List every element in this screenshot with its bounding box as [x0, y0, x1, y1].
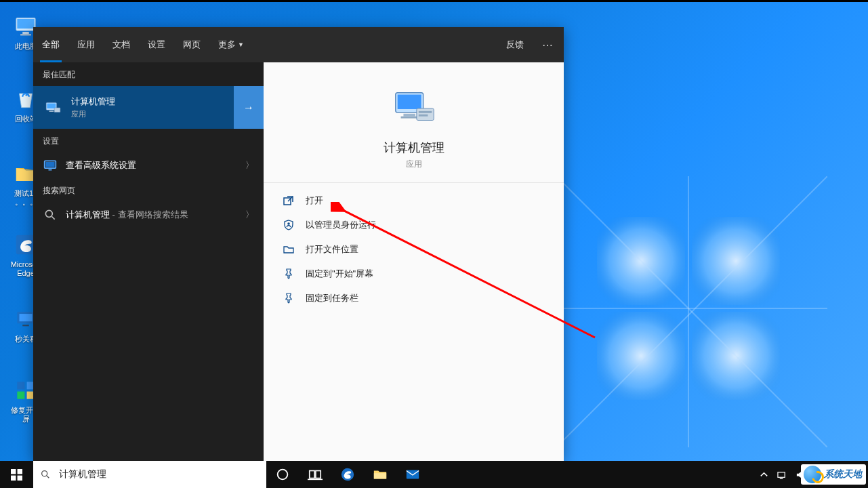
start-button[interactable]: [0, 461, 33, 488]
action-pin-taskbar[interactable]: 固定到任务栏: [264, 286, 564, 310]
svg-rect-0: [597, 217, 685, 305]
result-advanced-system-settings[interactable]: 查看高级系统设置 〉: [33, 152, 264, 178]
action-open-location[interactable]: 打开文件位置: [264, 237, 564, 262]
action-label: 以管理员身份运行: [306, 219, 376, 231]
svg-point-45: [278, 470, 288, 480]
action-label: 打开: [306, 195, 323, 207]
chevron-right-icon: 〉: [245, 159, 254, 171]
search-tabs: 全部 应用 文档 设置 网页 更多▼ 反馈 ⋯: [33, 27, 564, 62]
pin-icon: [283, 292, 295, 304]
search-input[interactable]: 计算机管理: [33, 461, 266, 488]
search-results-panel: 全部 应用 文档 设置 网页 更多▼ 反馈 ⋯ 最佳匹配 计算机管理 应用 → …: [33, 27, 564, 461]
search-icon: [40, 469, 52, 480]
tray-chevron-up[interactable]: [755, 470, 773, 480]
svg-rect-11: [20, 34, 31, 35]
svg-rect-18: [17, 392, 24, 399]
svg-rect-47: [316, 471, 321, 479]
svg-rect-9: [17, 19, 34, 28]
svg-rect-3: [692, 312, 780, 400]
chevron-right-icon: 〉: [245, 209, 254, 221]
svg-rect-53: [779, 478, 783, 479]
svg-rect-42: [18, 475, 22, 480]
action-label: 固定到任务栏: [306, 292, 358, 304]
svg-rect-23: [54, 108, 60, 113]
taskbar: 计算机管理 中 20: [0, 461, 868, 488]
action-open[interactable]: 打开: [264, 188, 564, 213]
watermark-text: 系统天地: [824, 468, 862, 481]
feedback-link[interactable]: 反馈: [497, 27, 533, 62]
search-preview-pane: 计算机管理 应用 打开 以管理员身份运行 打开文件位置 固定到: [264, 62, 564, 461]
svg-rect-1: [692, 217, 780, 305]
action-label: 打开文件位置: [306, 243, 358, 256]
monitor-icon: [43, 158, 58, 173]
svg-rect-32: [400, 117, 417, 119]
result-computer-management[interactable]: 计算机管理 应用 →: [33, 86, 264, 129]
folder-icon: [283, 243, 295, 256]
svg-point-27: [45, 210, 52, 217]
tab-documents[interactable]: 文档: [104, 27, 139, 62]
search-input-value: 计算机管理: [59, 468, 106, 481]
svg-rect-41: [11, 475, 16, 480]
preview-title: 计算机管理: [270, 140, 557, 156]
svg-line-6: [556, 176, 827, 447]
svg-rect-16: [17, 382, 24, 389]
tab-web[interactable]: 网页: [174, 27, 209, 62]
admin-icon: [283, 219, 295, 231]
svg-rect-35: [418, 115, 428, 117]
section-web: 搜索网页: [33, 178, 264, 202]
tab-settings[interactable]: 设置: [139, 27, 174, 62]
preview-subtitle: 应用: [270, 159, 557, 170]
svg-line-7: [556, 176, 827, 447]
svg-point-43: [42, 471, 47, 476]
section-best-match: 最佳匹配: [33, 62, 264, 86]
taskbar-mail[interactable]: [396, 461, 429, 488]
expand-arrow-button[interactable]: →: [234, 86, 264, 129]
action-label: 固定到"开始"屏幕: [306, 268, 373, 280]
svg-rect-46: [310, 471, 314, 479]
svg-rect-52: [778, 472, 785, 477]
svg-rect-14: [20, 314, 33, 321]
svg-rect-15: [22, 325, 29, 326]
result-subtitle: 应用: [71, 109, 254, 119]
search-results-list: 最佳匹配 计算机管理 应用 → 设置 查看高级系统设置 〉 搜索网页: [33, 62, 264, 461]
svg-line-44: [47, 476, 49, 478]
svg-rect-50: [374, 473, 386, 479]
tab-all[interactable]: 全部: [33, 27, 68, 62]
svg-line-28: [52, 217, 55, 220]
svg-point-37: [287, 222, 290, 225]
computer-management-icon: [390, 84, 438, 133]
pin-icon: [283, 268, 295, 280]
section-settings: 设置: [33, 129, 264, 152]
svg-rect-39: [11, 469, 16, 474]
open-icon: [283, 195, 295, 207]
tab-more[interactable]: 更多▼: [209, 27, 253, 62]
result-web-search[interactable]: 计算机管理 - 查看网络搜索结果 〉: [33, 202, 264, 228]
more-options-button[interactable]: ⋯: [533, 27, 564, 62]
result-title: 计算机管理: [71, 96, 254, 108]
preview-actions: 打开 以管理员身份运行 打开文件位置 固定到"开始"屏幕 固定到任务栏: [264, 183, 564, 316]
watermark: 系统天地: [801, 464, 866, 485]
svg-rect-51: [407, 470, 419, 479]
taskbar-explorer[interactable]: [364, 461, 396, 488]
globe-icon: [804, 466, 821, 483]
windows-logo-glow: [556, 176, 827, 447]
search-icon: [43, 207, 58, 222]
chevron-down-icon: ▼: [238, 41, 244, 48]
action-pin-start[interactable]: 固定到"开始"屏幕: [264, 262, 564, 286]
cortana-button[interactable]: [266, 461, 299, 488]
svg-rect-25: [45, 162, 54, 167]
action-run-as-admin[interactable]: 以管理员身份运行: [264, 213, 564, 237]
svg-rect-10: [22, 32, 29, 34]
svg-rect-31: [403, 114, 415, 117]
result-label: 计算机管理 - 查看网络搜索结果: [66, 209, 245, 221]
tray-network-icon[interactable]: [773, 470, 791, 480]
svg-rect-34: [418, 111, 431, 113]
task-view-button[interactable]: [299, 461, 331, 488]
computer-management-icon: [43, 98, 63, 118]
windows-icon: [11, 469, 22, 481]
tab-apps[interactable]: 应用: [68, 27, 104, 62]
svg-rect-40: [18, 469, 22, 474]
svg-rect-30: [397, 95, 421, 109]
taskbar-edge[interactable]: [331, 461, 364, 488]
svg-rect-22: [49, 110, 54, 112]
